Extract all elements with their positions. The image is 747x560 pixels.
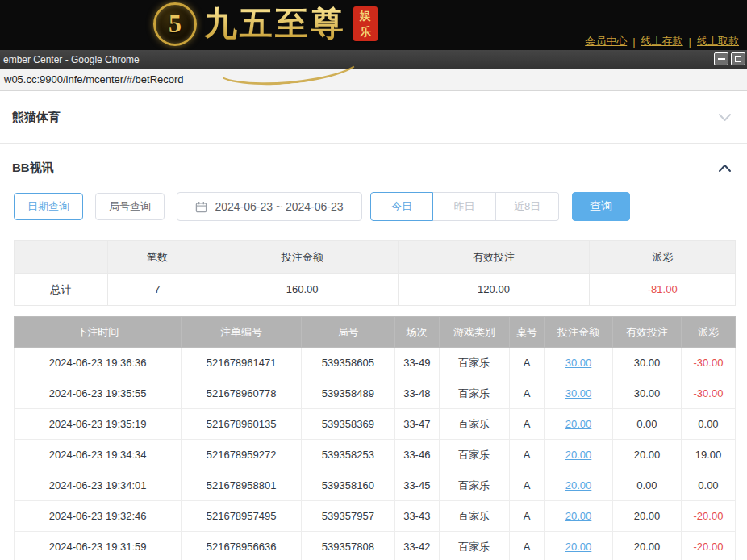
cell-valid-bet: 20.00 — [612, 440, 681, 470]
coin-number: 5 — [169, 9, 182, 39]
bet-amount-link[interactable]: 20.00 — [565, 510, 592, 522]
cell-round-number: 539358489 — [301, 378, 394, 409]
accordion-bb-video[interactable]: BB视讯 — [0, 144, 747, 192]
cell-table-number: A — [510, 532, 545, 560]
cell-session: 33-48 — [395, 378, 440, 409]
cell-round-number: 539358369 — [301, 409, 394, 440]
summary-count: 7 — [108, 274, 207, 306]
summary-header-row: 笔数 投注金额 有效投注 派彩 — [15, 241, 736, 274]
summary-bet-amount: 160.00 — [207, 274, 398, 306]
summary-total-label: 总计 — [15, 274, 108, 306]
nav-withdraw[interactable]: 线上取款 — [697, 34, 739, 48]
bet-amount-link[interactable]: 20.00 — [565, 449, 592, 461]
bet-row: 2024-06-23 19:35:55521678960778539358489… — [15, 378, 736, 409]
cell-bet-amount[interactable]: 20.00 — [545, 440, 613, 470]
bet-row: 2024-06-23 19:32:46521678957495539357957… — [15, 501, 736, 532]
restore-window-icon[interactable] — [731, 52, 745, 65]
header-game-type: 游戏类别 — [439, 317, 510, 348]
browser-addressbar[interactable]: w05.cc:9900/infe/mcenter/#/betRecord — [0, 69, 747, 91]
bet-amount-link[interactable]: 20.00 — [565, 479, 592, 491]
cell-bet-number: 521678959272 — [182, 440, 301, 470]
chevron-down-icon[interactable] — [718, 113, 732, 122]
bet-amount-link[interactable]: 30.00 — [565, 387, 592, 399]
calendar-icon — [195, 201, 207, 213]
search-button[interactable]: 查询 — [572, 192, 630, 221]
cell-valid-bet: 30.00 — [612, 348, 681, 378]
cell-table-number: A — [510, 440, 545, 470]
cell-time: 2024-06-23 19:34:34 — [15, 440, 182, 470]
today-button[interactable]: 今日 — [370, 192, 433, 221]
summary-header-payout: 派彩 — [590, 241, 736, 274]
cell-round-number: 539357957 — [301, 501, 394, 532]
header-table-number: 桌号 — [510, 317, 545, 348]
cell-bet-amount[interactable]: 30.00 — [545, 348, 613, 378]
cell-bet-amount[interactable]: 20.00 — [545, 532, 613, 560]
date-query-button[interactable]: 日期查询 — [14, 193, 83, 220]
cell-table-number: A — [510, 470, 545, 501]
bet-table-body: 2024-06-23 19:36:36521678961471539358605… — [15, 348, 736, 560]
cell-time: 2024-06-23 19:32:46 — [15, 501, 182, 532]
brand-coin-icon: 5 — [153, 2, 197, 46]
window-controls — [714, 52, 745, 65]
cell-time: 2024-06-23 19:35:55 — [15, 378, 182, 409]
cell-bet-amount[interactable]: 20.00 — [545, 409, 613, 440]
summary-valid-bet: 120.00 — [398, 274, 590, 306]
bet-row: 2024-06-23 19:34:34521678959272539358253… — [15, 440, 736, 470]
window-titlebar[interactable]: ember Center - Google Chrome — [0, 50, 747, 69]
panda-sports-title: 熊猫体育 — [12, 110, 61, 125]
badge-char-1: 娱 — [360, 8, 371, 24]
accordion-panda-sports[interactable]: 熊猫体育 — [0, 91, 747, 143]
bet-row: 2024-06-23 19:34:01521678958801539358160… — [15, 470, 736, 501]
cell-bet-amount[interactable]: 30.00 — [545, 378, 613, 409]
brand-logo: 5 九五至尊 娱 乐 — [153, 2, 378, 46]
url-text: w05.cc:9900/infe/mcenter/#/betRecord — [4, 73, 184, 86]
header-round-number: 局号 — [301, 317, 394, 348]
bet-row: 2024-06-23 19:35:19521678960135539358369… — [15, 409, 736, 440]
cell-bet-amount[interactable]: 20.00 — [545, 501, 613, 532]
bet-amount-link[interactable]: 20.00 — [565, 418, 592, 430]
minimize-icon[interactable] — [714, 52, 728, 65]
cell-valid-bet: 30.00 — [612, 378, 681, 409]
bet-record-table: 下注时间 注单编号 局号 场次 游戏类别 桌号 投注金额 有效投注 派彩 202… — [14, 316, 736, 560]
quick-range-group: 今日 昨日 近8日 — [370, 192, 559, 221]
nav-member-center[interactable]: 会员中心 — [585, 34, 627, 48]
cell-round-number: 539357808 — [301, 532, 394, 560]
cell-game-type: 百家乐 — [439, 501, 510, 532]
cell-payout: 0.00 — [681, 470, 735, 501]
chevron-up-icon[interactable] — [718, 164, 732, 173]
bb-video-title: BB视讯 — [12, 161, 54, 176]
summary-total-row: 总计 7 160.00 120.00 -81.00 — [15, 274, 736, 306]
bet-row: 2024-06-23 19:31:59521678956636539357808… — [15, 532, 736, 560]
bet-amount-link[interactable]: 20.00 — [565, 541, 592, 553]
cell-time: 2024-06-23 19:35:19 — [15, 409, 182, 440]
date-range-value: 2024-06-23 ~ 2024-06-23 — [215, 200, 343, 213]
cell-payout: -30.00 — [681, 348, 735, 378]
brand-name: 九五至尊 — [204, 2, 346, 46]
round-query-button[interactable]: 局号查询 — [95, 193, 165, 220]
cell-session: 33-47 — [395, 409, 440, 440]
nav-separator: | — [689, 36, 691, 48]
window-title: ember Center - Google Chrome — [3, 54, 140, 65]
cell-bet-number: 521678960135 — [182, 409, 301, 440]
date-range-input[interactable]: 2024-06-23 ~ 2024-06-23 — [177, 192, 362, 221]
last-8-days-button[interactable]: 近8日 — [496, 192, 559, 221]
badge-char-2: 乐 — [360, 24, 371, 40]
cell-bet-number: 521678961471 — [182, 348, 301, 378]
header-time: 下注时间 — [15, 317, 182, 348]
summary-header-blank — [15, 241, 108, 274]
header-bet-amount: 投注金额 — [545, 317, 613, 348]
nav-deposit[interactable]: 线上存款 — [641, 34, 683, 48]
cell-bet-amount[interactable]: 20.00 — [545, 470, 613, 501]
cell-time: 2024-06-23 19:31:59 — [15, 532, 182, 560]
cell-game-type: 百家乐 — [439, 440, 510, 470]
bet-amount-link[interactable]: 30.00 — [565, 357, 592, 369]
yesterday-button[interactable]: 昨日 — [433, 192, 496, 221]
cell-bet-number: 521678957495 — [182, 501, 301, 532]
cell-bet-number: 521678956636 — [182, 532, 301, 560]
cell-valid-bet: 20.00 — [612, 501, 681, 532]
header-session: 场次 — [395, 317, 440, 348]
cell-table-number: A — [510, 348, 545, 378]
header-payout: 派彩 — [681, 317, 735, 348]
cell-table-number: A — [510, 409, 545, 440]
cell-session: 33-43 — [395, 501, 440, 532]
